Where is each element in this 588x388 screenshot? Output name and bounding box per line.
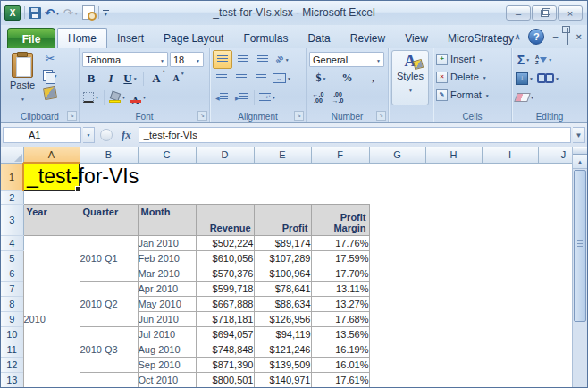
font-size-combo[interactable]: 18 xyxy=(170,52,204,67)
cell-profit[interactable]: $78,641 xyxy=(254,281,311,296)
cell-profit[interactable]: $139,509 xyxy=(254,357,311,372)
number-format-dropdown-icon[interactable] xyxy=(376,55,381,65)
empty-cells[interactable] xyxy=(369,296,587,311)
delete-cells-button[interactable]: ×Delete xyxy=(436,68,508,86)
tab-microstrategy[interactable]: MicroStrategy xyxy=(438,28,524,48)
column-header-i[interactable]: I xyxy=(482,147,538,163)
empty-cells[interactable] xyxy=(369,342,587,357)
cell-margin[interactable]: 17.76% xyxy=(311,235,369,250)
scrollbar-thumb[interactable] xyxy=(574,170,586,322)
tab-insert[interactable]: Insert xyxy=(107,28,154,48)
empty-cells[interactable] xyxy=(369,311,587,326)
row-header-1[interactable]: 1 xyxy=(1,163,23,190)
cut-button[interactable]: ✂ xyxy=(41,50,59,67)
cell-margin[interactable]: 16.01% xyxy=(311,357,369,372)
format-dropdown-icon[interactable] xyxy=(485,89,490,100)
cell-month[interactable]: Aug 2010 xyxy=(138,342,196,357)
cell-margin[interactable]: 17.59% xyxy=(311,250,369,266)
row-header-12[interactable]: 12 xyxy=(1,357,23,372)
cell-quarter-q4[interactable]: 2010 Q4 xyxy=(80,372,138,387)
shrink-font-button[interactable]: A xyxy=(167,70,185,87)
tab-view[interactable]: View xyxy=(395,28,438,48)
minimize-button[interactable]: – xyxy=(506,5,531,21)
empty-cells[interactable] xyxy=(369,357,587,372)
row-header-2[interactable]: 2 xyxy=(1,190,23,204)
column-header-f[interactable]: F xyxy=(311,147,369,163)
row-header-5[interactable]: 5 xyxy=(1,250,23,266)
styles-button[interactable]: A Styles xyxy=(391,50,429,105)
autosum-button[interactable]: Σ xyxy=(515,51,533,68)
cell-revenue[interactable]: $610,056 xyxy=(196,250,254,266)
merge-center-button[interactable] xyxy=(272,70,292,87)
row-header-6[interactable]: 6 xyxy=(1,266,23,281)
borders-dropdown-icon[interactable] xyxy=(95,89,99,105)
cell-month[interactable]: May 2010 xyxy=(138,296,196,311)
cell-a1[interactable]: _test-for-VIs xyxy=(23,163,80,190)
column-header-a[interactable]: A xyxy=(23,147,80,163)
clear-dropdown-icon[interactable] xyxy=(530,89,534,105)
sort-filter-dropdown-icon[interactable] xyxy=(548,52,552,68)
cell-margin[interactable]: 13.27% xyxy=(311,296,369,311)
cell-month[interactable]: Mar 2010 xyxy=(138,266,196,281)
font-size-dropdown-icon[interactable] xyxy=(196,55,200,65)
column-header-g[interactable]: G xyxy=(369,147,425,163)
table-header-revenue[interactable]: Revenue xyxy=(196,204,254,235)
bold-button[interactable]: B xyxy=(82,70,100,87)
number-dialog-launcher[interactable] xyxy=(376,111,386,121)
cell-revenue[interactable]: $871,390 xyxy=(196,357,254,372)
help-button[interactable]: ? xyxy=(528,29,544,45)
cell-revenue[interactable]: $599,718 xyxy=(196,281,254,296)
cell-margin[interactable]: 17.61% xyxy=(311,372,369,387)
column-header-c[interactable]: C xyxy=(138,147,196,163)
workbook-minimize-button[interactable]: – xyxy=(552,32,558,42)
cell-profit[interactable]: $88,634 xyxy=(254,296,311,311)
print-preview-icon[interactable] xyxy=(82,5,95,20)
name-box-dropdown[interactable] xyxy=(83,127,95,143)
table-header-profit[interactable]: Profit xyxy=(254,204,311,235)
empty-cells[interactable] xyxy=(369,266,587,281)
orientation-button[interactable]: ab xyxy=(273,51,291,68)
restore-button[interactable] xyxy=(532,5,557,21)
empty-cells[interactable] xyxy=(369,372,587,387)
cell-margin[interactable]: 16.19% xyxy=(311,342,369,357)
row-header-7[interactable]: 7 xyxy=(1,281,23,296)
clear-button[interactable] xyxy=(515,89,535,105)
table-header-month[interactable]: Month xyxy=(138,204,196,235)
row-header-13[interactable]: 13 xyxy=(1,372,23,387)
cell-margin[interactable]: 13.11% xyxy=(311,281,369,296)
underline-button[interactable]: U xyxy=(122,70,139,87)
row-header-3[interactable]: 3 xyxy=(1,204,23,235)
collapse-ribbon-icon[interactable]: ∧ xyxy=(515,32,521,41)
row-header-8[interactable]: 8 xyxy=(1,296,23,311)
cell-profit[interactable]: $126,956 xyxy=(254,311,311,326)
autosum-dropdown-icon[interactable] xyxy=(525,52,530,68)
align-center-button[interactable] xyxy=(232,70,250,87)
table-header-quarter[interactable]: Quarter xyxy=(80,204,138,235)
decrease-indent-button[interactable] xyxy=(213,89,231,105)
merge-center-dropdown-icon[interactable] xyxy=(287,71,291,87)
workbook-restore-button[interactable] xyxy=(567,29,568,45)
cell-margin[interactable]: 17.68% xyxy=(311,311,369,326)
tab-formulas[interactable]: Formulas xyxy=(233,28,298,48)
paste-dropdown-icon[interactable] xyxy=(21,90,25,106)
vertical-scrollbar[interactable]: ▲ xyxy=(572,147,587,387)
save-icon[interactable] xyxy=(29,7,41,19)
empty-cells[interactable] xyxy=(369,235,587,250)
bottom-align-button[interactable] xyxy=(254,51,272,68)
cell-quarter-q2[interactable]: 2010 Q2 xyxy=(80,281,138,326)
cell-profit[interactable]: $121,246 xyxy=(254,342,311,357)
cell-revenue[interactable]: $694,057 xyxy=(196,326,254,342)
decrease-decimal-button[interactable]: .00→.0 xyxy=(329,89,347,105)
empty-cells[interactable] xyxy=(369,281,587,296)
delete-dropdown-icon[interactable] xyxy=(483,72,487,82)
column-header-h[interactable]: H xyxy=(425,147,482,163)
styles-dropdown-icon[interactable] xyxy=(408,81,413,97)
increase-decimal-button[interactable]: ←.0.00 xyxy=(309,89,327,105)
cell-profit[interactable]: $140,971 xyxy=(254,372,311,387)
italic-button[interactable]: I xyxy=(102,70,120,87)
align-right-button[interactable] xyxy=(252,70,270,87)
find-dropdown-icon[interactable] xyxy=(555,71,559,87)
paste-button[interactable]: Paste xyxy=(4,50,41,107)
insert-cells-button[interactable]: +Insert xyxy=(436,50,508,68)
close-button[interactable]: × xyxy=(558,5,583,21)
